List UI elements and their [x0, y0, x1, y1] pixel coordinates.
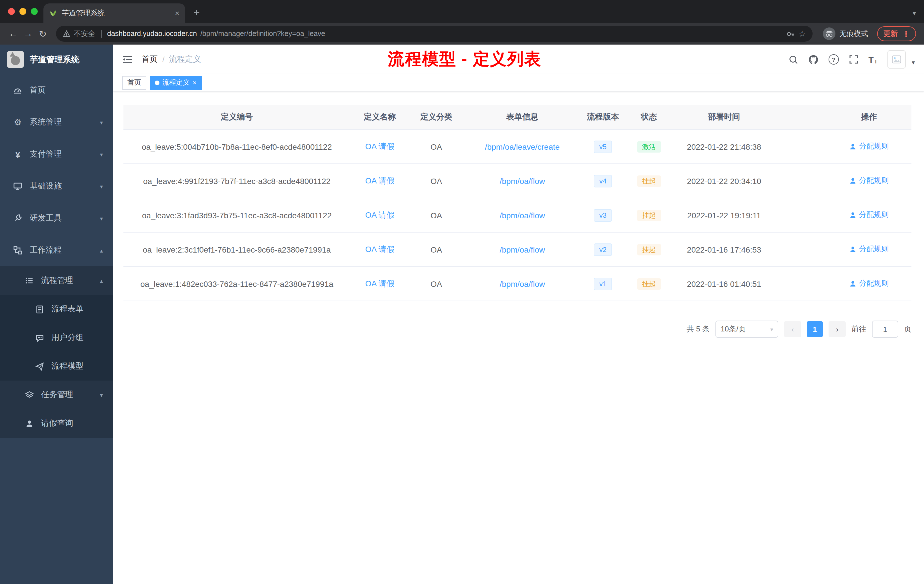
tag-close-icon[interactable]: ×: [193, 79, 196, 86]
github-icon[interactable]: [808, 54, 818, 64]
address-bar[interactable]: 不安全 dashboard.yudao.iocoder.cn /bpm/mana…: [56, 26, 813, 42]
version-tag: v2: [594, 243, 612, 256]
prev-page-button[interactable]: ‹: [784, 321, 801, 337]
breadcrumb-home[interactable]: 首页: [142, 54, 158, 64]
favicon: [49, 9, 57, 17]
assign-rule-link[interactable]: 分配规则: [849, 210, 889, 220]
incognito-icon: [823, 27, 835, 40]
bookmark-star-icon[interactable]: ☆: [799, 29, 806, 38]
assign-rule-link[interactable]: 分配规则: [849, 176, 889, 186]
sidebar-item-process-model[interactable]: 流程模型: [0, 352, 113, 381]
sidebar-item-devtools[interactable]: 研发工具 ▾: [0, 202, 113, 234]
browser-menu-kebab-icon[interactable]: ⋮: [902, 30, 910, 38]
status-badge: 激活: [637, 141, 661, 152]
logo-image: [7, 51, 24, 68]
sidebar: 芋道管理系统 首页 ⚙ 系统管理 ▾ ¥ 支付管理 ▾: [0, 45, 113, 584]
next-page-button[interactable]: ›: [828, 321, 846, 337]
tab-close-icon[interactable]: ×: [175, 9, 180, 17]
sidebar-item-payment[interactable]: ¥ 支付管理 ▾: [0, 138, 113, 170]
new-tab-button[interactable]: +: [188, 5, 205, 21]
form-link[interactable]: /bpm/oa/leave/create: [485, 142, 560, 151]
chevron-up-icon: ▴: [100, 247, 103, 253]
column-header: 定义名称: [350, 105, 410, 129]
sidebar-item-label: 支付管理: [30, 149, 62, 159]
sidebar-item-infrastructure[interactable]: 基础设施 ▾: [0, 170, 113, 202]
form-link[interactable]: /bpm/oa/flow: [500, 176, 545, 185]
sidebar-item-label: 流程模型: [51, 361, 83, 371]
yen-icon: ¥: [12, 149, 24, 159]
column-header: 操作: [826, 105, 911, 129]
breadcrumb-separator: /: [162, 55, 165, 64]
page-size-select[interactable]: 10条/页 ▾: [715, 320, 778, 338]
browser-tab-strip: 芋道管理系统 × + ▾: [0, 0, 924, 23]
form-link[interactable]: /bpm/oa/flow: [500, 279, 545, 288]
incognito-badge: 无痕模式: [823, 27, 868, 40]
sidebar-collapse-icon[interactable]: [122, 55, 132, 64]
definition-table: 定义编号 定义名称 定义分类 表单信息 流程版本 状态 部署时间 操作: [124, 105, 911, 301]
reload-button[interactable]: ↻: [35, 26, 50, 41]
avatar-caret-icon[interactable]: ▾: [912, 59, 915, 69]
tag-home[interactable]: 首页: [122, 76, 146, 89]
form-link[interactable]: /bpm/oa/flow: [500, 211, 545, 220]
assign-rule-link[interactable]: 分配规则: [849, 244, 889, 254]
back-button[interactable]: ←: [6, 26, 21, 41]
dashboard-icon: [12, 86, 24, 95]
definition-name-link[interactable]: OA 请假: [365, 244, 394, 253]
definition-name-link[interactable]: OA 请假: [365, 279, 394, 288]
app-header: 首页 / 流程定义 流程模型 - 定义列表 ?: [113, 45, 924, 74]
logo-title: 芋道管理系统: [30, 54, 79, 65]
table-row: oa_leave:4:991f2193-7b7f-11ec-a3c8-acde4…: [124, 164, 911, 198]
table-row: oa_leave:5:004b710b-7b8a-11ec-8ef0-acde4…: [124, 129, 911, 164]
forward-button[interactable]: →: [21, 26, 35, 41]
cell-deploy-time: 2022-01-22 19:19:11: [674, 198, 775, 232]
user-group-icon: [33, 333, 46, 342]
sidebar-item-leave-query[interactable]: 请假查询: [0, 409, 113, 438]
browser-update-button[interactable]: 更新 ⋮: [877, 26, 916, 41]
fullscreen-icon[interactable]: [849, 55, 858, 64]
page-number-button[interactable]: 1: [807, 321, 823, 337]
definition-name-link[interactable]: OA 请假: [365, 210, 394, 219]
form-link[interactable]: /bpm/oa/flow: [500, 245, 545, 254]
tab-search-chevron-icon[interactable]: ▾: [912, 9, 916, 17]
cell-deploy-time: 2022-01-22 21:48:38: [674, 129, 775, 164]
sidebar-item-process-form[interactable]: 流程表单: [0, 295, 113, 323]
search-icon[interactable]: [789, 54, 798, 64]
definition-name-link[interactable]: OA 请假: [365, 142, 394, 150]
url-path: /bpm/manager/definition?key=oa_leave: [200, 30, 325, 38]
chevron-down-icon: ▾: [100, 151, 103, 157]
password-key-icon[interactable]: [787, 30, 795, 38]
sidebar-logo[interactable]: 芋道管理系统: [0, 45, 113, 74]
window-zoom-button[interactable]: [31, 8, 38, 15]
cell-deploy-time: 2022-01-16 17:46:53: [674, 232, 775, 267]
tag-process-definition[interactable]: 流程定义 ×: [150, 76, 202, 89]
sidebar-item-home[interactable]: 首页: [0, 74, 113, 106]
browser-tab[interactable]: 芋道管理系统 ×: [43, 3, 185, 23]
cell-deploy-time: 2022-01-16 01:40:51: [674, 267, 775, 301]
help-icon[interactable]: ?: [828, 54, 839, 64]
incognito-label: 无痕模式: [840, 29, 868, 39]
definition-name-link[interactable]: OA 请假: [365, 176, 394, 185]
gear-icon: ⚙: [12, 117, 24, 127]
cell-definition-id: oa_leave:1:482ec033-762a-11ec-8477-a2380…: [124, 267, 350, 301]
sidebar-item-user-group[interactable]: 用户分组: [0, 323, 113, 352]
chevron-down-icon: ▾: [100, 215, 103, 221]
window-close-button[interactable]: [8, 8, 15, 15]
sidebar-item-label: 用户分组: [51, 333, 83, 343]
assign-rule-link[interactable]: 分配规则: [849, 279, 889, 289]
sidebar-item-workflow[interactable]: 工作流程 ▴: [0, 234, 113, 266]
url-domain: dashboard.yudao.iocoder.cn: [107, 30, 197, 38]
font-size-icon[interactable]: TT: [869, 54, 878, 64]
sidebar-item-task-management[interactable]: 任务管理 ▾: [0, 381, 113, 409]
window-minimize-button[interactable]: [20, 8, 26, 15]
chevron-down-icon: ▾: [100, 183, 103, 190]
version-tag: v1: [594, 277, 612, 290]
cell-definition-id: oa_leave:2:3c1f0ef1-76b1-11ec-9c66-a2380…: [124, 232, 350, 267]
sidebar-item-process-management[interactable]: 流程管理 ▴: [0, 266, 113, 295]
assign-rule-link[interactable]: 分配规则: [849, 142, 889, 152]
sidebar-item-label: 基础设施: [30, 181, 62, 191]
avatar[interactable]: [888, 50, 906, 69]
goto-page-input[interactable]: [872, 320, 898, 338]
workflow-icon: [12, 246, 24, 255]
sidebar-item-system[interactable]: ⚙ 系统管理 ▾: [0, 106, 113, 138]
pagination: 共 5 条 10条/页 ▾ ‹ 1 › 前往 页: [124, 320, 911, 338]
